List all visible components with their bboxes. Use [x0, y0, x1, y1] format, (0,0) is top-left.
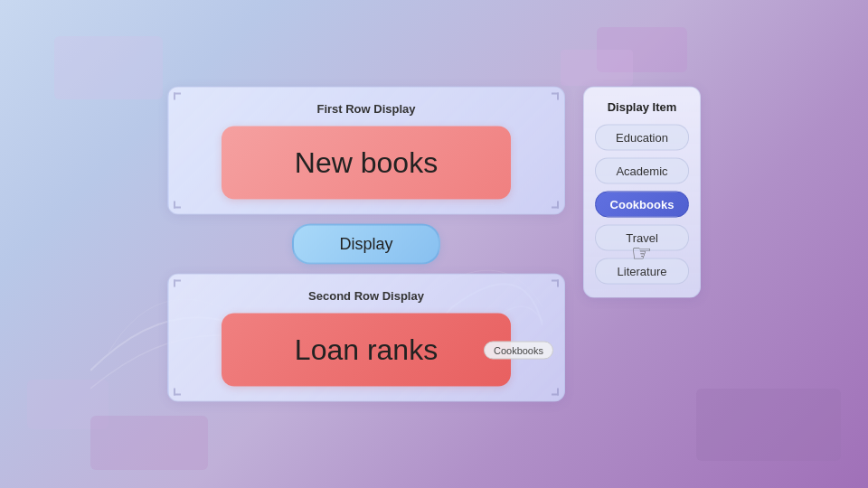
- corner-br: [546, 196, 559, 209]
- bg-decoration-1: [54, 36, 163, 99]
- corner-tl-2: [174, 280, 186, 293]
- display-button[interactable]: Display: [292, 224, 439, 265]
- corner-br-2: [546, 383, 559, 396]
- display-btn-container: Display: [292, 224, 439, 265]
- corner-tr-2: [546, 280, 559, 293]
- second-row-title: Second Row Display: [186, 289, 546, 303]
- bg-decoration-4: [696, 389, 841, 461]
- item-travel[interactable]: Travel: [595, 225, 689, 251]
- item-cookbooks[interactable]: Cookbooks: [595, 192, 689, 218]
- item-literature[interactable]: Literature: [595, 258, 689, 285]
- corner-bl-2: [174, 383, 186, 396]
- first-row-card: First Row Display New books: [167, 87, 565, 215]
- cookbooks-badge: Cookbooks: [484, 341, 553, 359]
- second-row-card: Second Row Display Loan ranks Cookbooks: [167, 274, 565, 402]
- display-item-title: Display Item: [595, 100, 689, 114]
- loan-ranks-button[interactable]: Loan ranks: [222, 314, 511, 387]
- corner-tl: [174, 93, 186, 106]
- new-books-button[interactable]: New books: [222, 127, 511, 200]
- loan-btn-wrapper: Loan ranks Cookbooks: [186, 314, 546, 387]
- item-academic[interactable]: Academic: [595, 158, 689, 184]
- bg-decoration-6: [561, 50, 633, 86]
- main-container: First Row Display New books Display Seco…: [167, 87, 701, 402]
- corner-tr: [546, 93, 559, 106]
- corner-bl: [174, 196, 186, 209]
- bg-decoration-3: [90, 416, 208, 470]
- item-education[interactable]: Education: [595, 125, 689, 151]
- right-panel: Display Item Education Academic Cookbook…: [583, 87, 701, 298]
- first-row-title: First Row Display: [186, 102, 546, 116]
- left-panel: First Row Display New books Display Seco…: [167, 87, 565, 402]
